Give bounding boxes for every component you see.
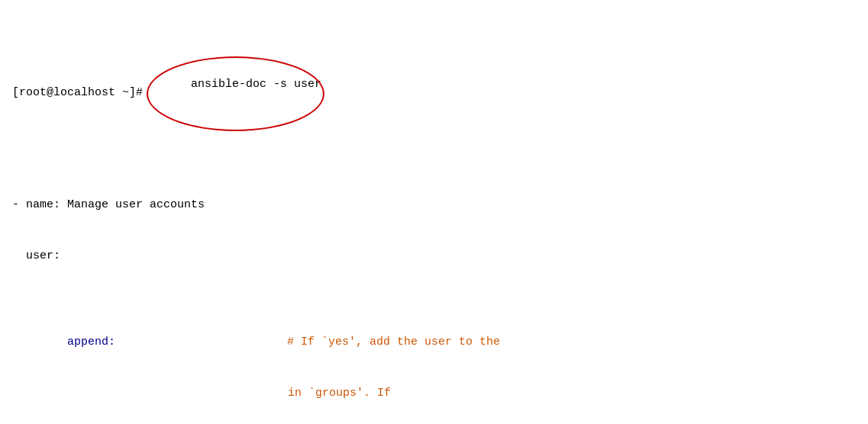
command-wrapper: ansible-doc -s user (150, 59, 321, 128)
prompt-text: [root@localhost ~]# (12, 85, 150, 102)
oval-highlight (147, 56, 324, 131)
key-append: append: (12, 334, 287, 352)
command-text: ansible-doc -s user (191, 78, 321, 91)
comment-cont-1: in `groups'. If (288, 385, 856, 403)
output-line-2: user: (12, 248, 856, 265)
comment-append: # If `yes', add the user to the (287, 334, 500, 352)
output-line-1: - name: Manage user accounts (12, 197, 856, 214)
terminal-output: [root@localhost ~]# ansible-doc -s user … (12, 8, 856, 424)
output-append-key: append: # If `yes', add the user to the (12, 334, 856, 352)
prompt-line: [root@localhost ~]# ansible-doc -s user (12, 59, 856, 128)
